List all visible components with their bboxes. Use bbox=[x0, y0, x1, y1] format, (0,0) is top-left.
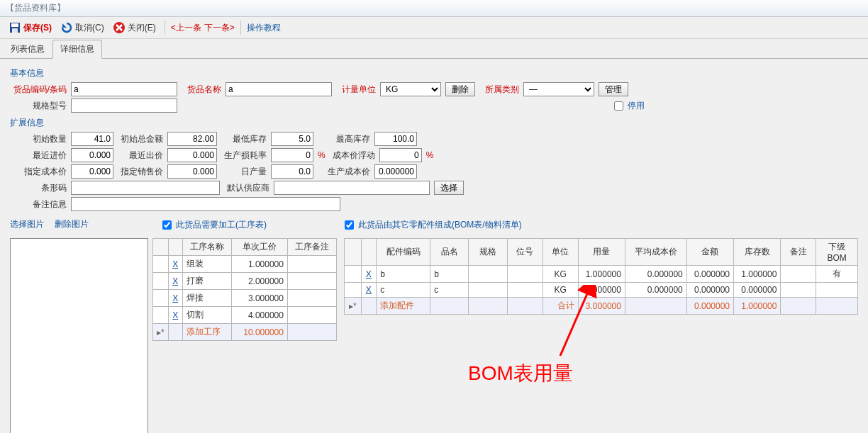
proc-name-cell[interactable]: 打磨 bbox=[182, 273, 231, 290]
bom-pos-cell[interactable] bbox=[507, 283, 542, 298]
daily-output-input[interactable] bbox=[271, 164, 313, 179]
needs-processing-checkbox-input[interactable] bbox=[162, 220, 172, 230]
tutorial-link[interactable]: 操作教程 bbox=[247, 22, 281, 34]
tab-list-info[interactable]: 列表信息 bbox=[3, 40, 52, 59]
bom-spec-cell[interactable] bbox=[469, 283, 507, 298]
table-row[interactable]: X组装1.000000 bbox=[153, 256, 337, 273]
max-stock-input[interactable] bbox=[374, 132, 417, 146]
bom-stock-cell[interactable]: 1.000000 bbox=[734, 266, 781, 283]
unit-select[interactable]: KG bbox=[380, 82, 441, 96]
init-amt-input[interactable] bbox=[167, 132, 217, 146]
ext-info-group: 扩展信息 bbox=[10, 117, 858, 129]
delete-row-icon[interactable]: X bbox=[172, 310, 178, 320]
has-bom-checkbox-input[interactable] bbox=[345, 220, 354, 230]
proc-name-cell[interactable]: 组装 bbox=[182, 256, 231, 273]
last-out-input[interactable] bbox=[167, 148, 217, 162]
bom-remark-cell[interactable] bbox=[781, 283, 816, 298]
bom-code-cell[interactable]: c bbox=[377, 283, 430, 298]
proc-price-cell[interactable]: 4.000000 bbox=[231, 307, 287, 324]
bom-avgcost-cell[interactable]: 0.000000 bbox=[625, 283, 686, 298]
delete-row-icon[interactable]: X bbox=[172, 276, 178, 286]
manage-category-button[interactable]: 管理 bbox=[599, 82, 628, 96]
assign-sale-input[interactable] bbox=[167, 164, 217, 179]
delete-row-icon[interactable]: X bbox=[172, 293, 178, 303]
init-qty-input[interactable] bbox=[71, 132, 113, 146]
needs-processing-checkbox[interactable]: 此货品需要加工(工序表) bbox=[160, 218, 267, 232]
category-select[interactable]: — bbox=[523, 82, 594, 96]
process-grid[interactable]: 工序名称 单次工价 工序备注 X组装1.000000X打磨2.000000X焊接… bbox=[152, 238, 337, 341]
bom-name-cell[interactable]: c bbox=[430, 283, 469, 298]
proc-name-cell[interactable]: 切割 bbox=[182, 307, 231, 324]
table-row[interactable]: XccKG2.0000000.0000000.0000000.000000 bbox=[345, 283, 858, 298]
delete-row-icon[interactable]: X bbox=[172, 259, 178, 269]
proc-remark-cell[interactable] bbox=[287, 273, 336, 290]
next-record-button[interactable]: 下一条> bbox=[204, 22, 235, 34]
barcode-input[interactable] bbox=[71, 181, 220, 195]
table-row[interactable]: X焊接3.000000 bbox=[153, 290, 337, 307]
bom-name-cell[interactable]: b bbox=[430, 266, 469, 283]
bom-unit-cell[interactable]: KG bbox=[542, 266, 578, 283]
bom-code-cell[interactable]: b bbox=[377, 266, 430, 283]
table-row[interactable]: XbbKG1.0000000.0000000.0000001.000000有 bbox=[345, 266, 858, 283]
process-grid-container: 工序名称 单次工价 工序备注 X组装1.000000X打磨2.000000X焊接… bbox=[152, 238, 337, 433]
bom-spec-cell[interactable] bbox=[469, 266, 507, 283]
proc-remark-cell[interactable] bbox=[287, 307, 336, 324]
last-in-input[interactable] bbox=[71, 148, 113, 162]
proc-remark-cell[interactable] bbox=[287, 290, 336, 307]
add-process-cell[interactable]: 添加工序 bbox=[182, 324, 231, 341]
proc-remark-cell[interactable] bbox=[287, 256, 336, 273]
table-row[interactable]: X打磨2.000000 bbox=[153, 273, 337, 290]
col-bom-sub: 下级BOM bbox=[816, 239, 858, 266]
select-picture-link[interactable]: 选择图片 bbox=[10, 219, 44, 229]
cost-float-input[interactable] bbox=[379, 148, 422, 162]
proc-name-cell[interactable]: 焊接 bbox=[182, 290, 231, 307]
disable-checkbox-input[interactable] bbox=[614, 101, 623, 111]
delete-row-icon[interactable]: X bbox=[366, 269, 372, 279]
proc-price-cell[interactable]: 3.000000 bbox=[231, 290, 287, 307]
bom-amount-cell[interactable]: 0.000000 bbox=[686, 266, 733, 283]
prod-cost-input[interactable] bbox=[374, 164, 417, 179]
bom-qty-cell[interactable]: 2.000000 bbox=[578, 283, 625, 298]
bom-pos-cell[interactable] bbox=[507, 266, 542, 283]
bom-grid[interactable]: 配件编码 品名 规格 位号 单位 用量 平均成本价 金额 库存数 备注 下级BO… bbox=[344, 238, 858, 315]
select-supplier-button[interactable]: 选择 bbox=[434, 181, 464, 195]
col-bom-stock: 库存数 bbox=[734, 239, 781, 266]
min-stock-label: 最低库存 bbox=[221, 133, 267, 145]
tab-detail-info[interactable]: 详细信息 bbox=[52, 40, 102, 59]
delete-row-icon[interactable]: X bbox=[366, 285, 372, 295]
table-row[interactable]: X切割4.000000 bbox=[153, 307, 337, 324]
save-button[interactable]: 保存(S) bbox=[6, 20, 55, 35]
bom-amount-cell[interactable]: 0.000000 bbox=[686, 283, 733, 298]
delete-picture-link[interactable]: 删除图片 bbox=[55, 219, 89, 229]
bom-remark-cell[interactable] bbox=[781, 266, 816, 283]
supplier-input[interactable] bbox=[274, 181, 430, 195]
cancel-button[interactable]: 取消(C) bbox=[57, 20, 107, 35]
min-stock-input[interactable] bbox=[271, 132, 313, 146]
bom-qty-cell[interactable]: 1.000000 bbox=[578, 266, 625, 283]
proc-price-cell[interactable]: 2.000000 bbox=[231, 273, 287, 290]
close-label: 关闭(E) bbox=[128, 22, 156, 34]
disable-checkbox[interactable]: 停用 bbox=[611, 99, 645, 113]
proc-price-cell[interactable]: 1.000000 bbox=[231, 256, 287, 273]
bom-sum-qty: 3.000000 bbox=[578, 298, 625, 315]
prev-record-button[interactable]: <上一条 bbox=[171, 22, 201, 34]
bom-sub-cell[interactable]: 有 bbox=[816, 266, 858, 283]
close-button[interactable]: 关闭(E) bbox=[110, 20, 159, 35]
assign-cost-input[interactable] bbox=[71, 164, 113, 179]
save-icon bbox=[9, 21, 21, 34]
bom-unit-cell[interactable]: KG bbox=[542, 283, 578, 298]
delete-unit-button[interactable]: 删除 bbox=[445, 82, 475, 96]
bom-avgcost-cell[interactable]: 0.000000 bbox=[625, 266, 686, 283]
svg-rect-1 bbox=[11, 23, 18, 27]
spec-input[interactable] bbox=[71, 99, 177, 113]
product-name-input[interactable] bbox=[226, 82, 332, 96]
bom-stock-cell[interactable]: 0.000000 bbox=[734, 283, 781, 298]
loss-rate-input[interactable] bbox=[271, 148, 313, 162]
bom-grid-container: 配件编码 品名 规格 位号 单位 用量 平均成本价 金额 库存数 备注 下级BO… bbox=[344, 238, 858, 433]
bom-sub-cell[interactable] bbox=[816, 283, 858, 298]
needs-processing-label: 此货品需要加工(工序表) bbox=[176, 219, 267, 231]
has-bom-checkbox[interactable]: 此货品由其它零配件组成(BOM表/物料清单) bbox=[342, 218, 522, 232]
product-code-input[interactable] bbox=[71, 82, 177, 96]
add-bom-cell[interactable]: 添加配件 bbox=[377, 298, 430, 315]
remark-input[interactable] bbox=[71, 197, 340, 211]
